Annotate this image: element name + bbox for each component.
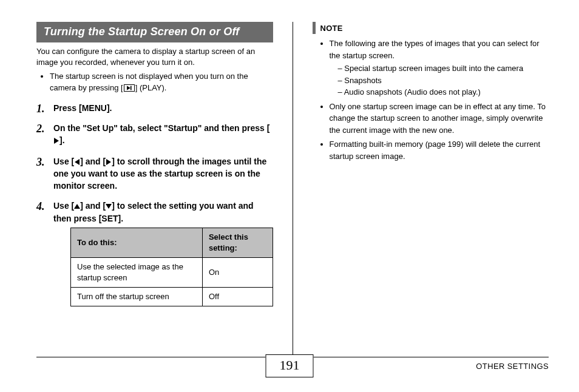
right-column: NOTE The following are the types of imag… — [310, 22, 549, 359]
triangle-left-icon — [74, 157, 80, 169]
note-subitem: Audio snapshots (Audio does not play.) — [338, 86, 549, 98]
section-heading: Turning the Startup Screen On or Off — [36, 22, 273, 42]
step-3-b: ] and [ — [80, 157, 106, 166]
note-list: The following are the types of images th… — [313, 38, 549, 162]
svg-marker-1 — [127, 86, 130, 90]
play-icon — [124, 84, 135, 95]
step-3-a: Use [ — [53, 157, 74, 166]
step-3: Use [] and [] to scroll through the imag… — [36, 156, 273, 192]
svg-marker-5 — [106, 159, 111, 165]
table-header-left: To do this: — [71, 228, 203, 257]
note-subitem: Special startup screen images built into… — [338, 63, 549, 75]
svg-marker-7 — [106, 204, 112, 209]
triangle-right-icon — [53, 135, 59, 147]
note-item-text: The following are the types of images th… — [330, 39, 540, 60]
intro-bullets: The startup screen is not displayed when… — [36, 71, 273, 95]
note-bar-icon — [313, 22, 316, 34]
svg-rect-2 — [130, 86, 132, 90]
step-2: On the "Set Up" tab, select "Startup" an… — [36, 123, 273, 147]
step-4: Use [] and [] to select the setting you … — [36, 200, 273, 306]
footer-section-label: OTHER SETTINGS — [476, 362, 549, 371]
table-row: Use the selected image as the startup sc… — [71, 257, 273, 287]
table-header-right: Select this setting: — [202, 228, 273, 257]
svg-marker-4 — [75, 159, 80, 165]
step-4-a: Use [ — [53, 201, 74, 211]
triangle-right-icon — [106, 157, 112, 169]
triangle-down-icon — [106, 201, 112, 213]
step-1: Press [MENU]. — [36, 103, 273, 115]
column-divider — [293, 22, 293, 359]
step-2-a: On the "Set Up" tab, select "Startup" an… — [53, 123, 269, 133]
manual-page: Turning the Startup Screen On or Off You… — [0, 0, 579, 392]
step-2-b: ]. — [59, 135, 65, 145]
triangle-up-icon — [74, 201, 80, 213]
note-item: The following are the types of images th… — [330, 38, 549, 98]
note-item: Formatting built-in memory (page 199) wi… — [330, 138, 549, 162]
intro-bullet-after: ] (PLAY). — [135, 83, 167, 92]
left-column: Turning the Startup Screen On or Off You… — [36, 22, 276, 359]
table-cell: Off — [202, 288, 273, 306]
steps-list: Press [MENU]. On the "Set Up" tab, selec… — [36, 103, 273, 307]
page-number: 191 — [266, 354, 314, 377]
intro-text: You can configure the camera to display … — [36, 46, 273, 67]
svg-marker-3 — [54, 138, 59, 144]
table-cell: On — [202, 257, 273, 287]
table-cell: Use the selected image as the startup sc… — [71, 257, 203, 287]
note-heading: NOTE — [313, 22, 549, 34]
settings-table: To do this: Select this setting: Use the… — [70, 228, 273, 307]
note-label: NOTE — [320, 24, 343, 33]
table-row: Turn off the startup screen Off — [71, 288, 273, 306]
page-footer: 191 OTHER SETTINGS — [0, 357, 579, 382]
table-cell: Turn off the startup screen — [71, 288, 203, 306]
step-4-b: ] and [ — [80, 201, 106, 211]
note-item: Only one startup screen image can be in … — [330, 101, 549, 137]
content-columns: Turning the Startup Screen On or Off You… — [36, 22, 549, 359]
svg-marker-6 — [74, 204, 80, 209]
note-subitem: Snapshots — [338, 75, 549, 87]
table-header-row: To do this: Select this setting: — [71, 228, 273, 257]
intro-bullet: The startup screen is not displayed when… — [50, 71, 273, 95]
note-sublist: Special startup screen images built into… — [330, 63, 549, 98]
